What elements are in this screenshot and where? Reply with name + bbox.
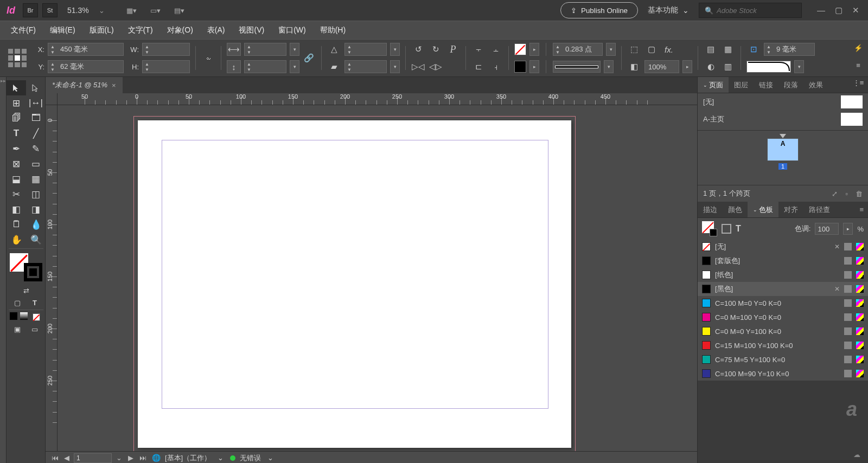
direct-selection-tool[interactable] — [26, 80, 46, 95]
document-tab[interactable]: *未命名-1 @ 51% × — [46, 77, 123, 93]
rotate-input[interactable]: ▲▼ — [344, 43, 387, 56]
x-input[interactable]: ▲▼450 毫米 — [48, 43, 124, 56]
edit-page-size-icon[interactable]: ⤢ — [832, 190, 838, 198]
text-wrap-bound-icon[interactable]: ▦ — [721, 43, 735, 56]
corner-radius-input[interactable]: ▲▼9 毫米 — [764, 43, 815, 56]
align-left-icon[interactable]: ⊏ — [471, 60, 486, 73]
tab-links[interactable]: 链接 — [754, 77, 778, 93]
content-placer-tool[interactable]: 🗔 — [26, 111, 46, 126]
maximize-button[interactable]: ▢ — [835, 5, 843, 15]
swatch-row[interactable]: [纸色] — [698, 268, 868, 282]
rotate-ccw-icon[interactable]: ↺ — [411, 43, 425, 56]
align-vcenter-icon[interactable]: ⫠ — [489, 43, 503, 56]
canvas[interactable] — [58, 105, 697, 463]
prev-page-icon[interactable]: ◀ — [62, 454, 72, 462]
tab-pathfinder[interactable]: 路径查 — [803, 202, 835, 217]
flip-h-icon[interactable]: ▷◁ — [411, 60, 425, 73]
align-hcenter-icon[interactable]: ⫞ — [489, 60, 503, 73]
swatches-fill-stroke-proxy[interactable] — [702, 221, 717, 236]
stroke-style-selector[interactable] — [553, 61, 601, 73]
horizontal-ruler[interactable]: 50050100150200250300350400450 — [58, 93, 697, 105]
delete-page-icon[interactable]: 🗑 — [856, 190, 863, 198]
tab-effects[interactable]: 效果 — [803, 77, 828, 93]
swatch-row[interactable]: [无]✕ — [698, 240, 868, 254]
h-input[interactable]: ▲▼ — [142, 60, 190, 73]
master-none-row[interactable]: [无] — [698, 93, 868, 111]
swatch-row[interactable]: [套版色] — [698, 254, 868, 268]
last-page-icon[interactable]: ⏭ — [138, 454, 148, 462]
reference-point-selector[interactable] — [7, 47, 28, 69]
zoom-level[interactable]: 51.3% — [62, 6, 94, 15]
arrange-documents-icon[interactable]: ▤▾ — [173, 4, 186, 17]
tab-align[interactable]: 对齐 — [778, 202, 803, 217]
text-wrap-none-icon[interactable]: ▤ — [704, 43, 718, 56]
page-tool[interactable]: ⊞ — [7, 95, 26, 111]
fit-frame-icon[interactable]: ▢ — [644, 43, 659, 56]
stock-button[interactable]: St — [42, 3, 58, 17]
master-a-row[interactable]: A-主页 — [698, 111, 868, 128]
swatch-row[interactable]: C=100 M=0 Y=0 K=0 — [698, 296, 868, 310]
preflight-status[interactable]: 无错误 — [240, 453, 261, 463]
link-scale-icon[interactable]: 🔗 — [302, 52, 316, 65]
cc-libraries-icon[interactable]: ☁ — [853, 451, 860, 459]
page-dropdown-icon[interactable]: ⌄ — [114, 454, 124, 462]
swatch-row[interactable]: [黑色]✕ — [698, 282, 868, 296]
page-1-thumbnail[interactable]: A — [767, 138, 799, 161]
page-number-input[interactable] — [74, 453, 112, 463]
menu-type[interactable]: 文字(T) — [122, 22, 159, 38]
swatch-row[interactable]: C=75 M=5 Y=100 K=0 — [698, 352, 868, 366]
arrange-view-icon[interactable]: ▦▾ — [125, 4, 138, 17]
formatting-text-icon[interactable]: T — [29, 298, 41, 307]
normal-view-icon[interactable]: ▣ — [11, 324, 23, 334]
preferences-icon[interactable]: ≡ — [852, 59, 865, 72]
panel-menu-icon[interactable]: ⋮≡ — [852, 76, 865, 89]
publish-online-button[interactable]: ⇪ Publish Online — [560, 2, 638, 18]
rectangle-tool[interactable]: ▭ — [26, 156, 46, 171]
swatch-row[interactable]: C=15 M=100 Y=100 K=0 — [698, 338, 868, 352]
rectangle-frame-tool[interactable]: ⊠ — [7, 156, 26, 171]
corner-options-icon[interactable]: ⊡ — [746, 43, 761, 56]
menu-object[interactable]: 对象(O) — [161, 22, 200, 38]
formatting-container-icon[interactable]: ▢ — [11, 298, 23, 307]
rotate-cw-icon[interactable]: ↻ — [429, 43, 443, 56]
clear-transform-icon[interactable]: P — [446, 43, 460, 56]
swap-fill-stroke-icon[interactable]: ⇄ — [20, 286, 32, 295]
stock-search-input[interactable] — [717, 7, 808, 15]
scale-y-input[interactable]: ▲▼ — [244, 60, 286, 73]
new-page-icon[interactable]: ▫ — [845, 190, 848, 198]
y-input[interactable]: ▲▼62 毫米 — [48, 60, 124, 73]
master-none-thumb[interactable] — [841, 95, 863, 108]
fill-swatch[interactable] — [514, 43, 526, 55]
stroke-weight-input[interactable]: ▲▼0.283 点 — [553, 43, 603, 56]
pen-tool[interactable]: ✒ — [7, 141, 26, 156]
quick-apply-icon[interactable]: ⚡ — [852, 41, 865, 54]
vertical-ruler[interactable]: 050100150200250 — [46, 105, 58, 463]
tab-swatches[interactable]: ⌄色板 — [748, 202, 778, 217]
zoom-tool[interactable]: 🔍 — [26, 232, 46, 247]
fill-dropdown[interactable]: ▸ — [529, 43, 539, 56]
swatch-row[interactable]: C=0 M=0 Y=100 K=0 — [698, 324, 868, 338]
tint-input[interactable]: 100 — [815, 223, 839, 235]
text-wrap-jump-icon[interactable]: ▥ — [721, 60, 735, 73]
shear-input[interactable]: ▲▼ — [344, 60, 387, 73]
free-transform-tool[interactable]: ◫ — [26, 187, 46, 202]
apply-color-icon[interactable] — [10, 312, 17, 320]
close-tab-icon[interactable]: × — [112, 81, 116, 89]
first-page-icon[interactable]: ⏮ — [50, 454, 60, 462]
master-a-thumb[interactable] — [841, 113, 863, 126]
tab-layers[interactable]: 图层 — [729, 77, 754, 93]
fx-icon[interactable]: fx. — [662, 43, 676, 56]
menu-edit[interactable]: 编辑(E) — [43, 22, 82, 38]
stroke-dropdown[interactable]: ▸ — [529, 60, 539, 73]
pencil-tool[interactable]: ✎ — [26, 141, 46, 156]
scale-x-icon[interactable]: ⟷ — [227, 43, 241, 56]
ruler-origin[interactable] — [46, 93, 58, 105]
note-tool[interactable]: 🗒 — [7, 217, 26, 232]
swatch-row[interactable]: C=0 M=100 Y=0 K=0 — [698, 310, 868, 324]
workspace-selector[interactable]: 基本功能 ⌄ — [642, 5, 694, 15]
line-tool[interactable]: ╱ — [26, 126, 46, 141]
screen-mode-icon[interactable]: ▭▾ — [149, 4, 162, 17]
hand-tool[interactable]: ✋ — [7, 232, 26, 247]
menu-table[interactable]: 表(A) — [201, 22, 232, 38]
align-top-icon[interactable]: ⫟ — [471, 43, 486, 56]
